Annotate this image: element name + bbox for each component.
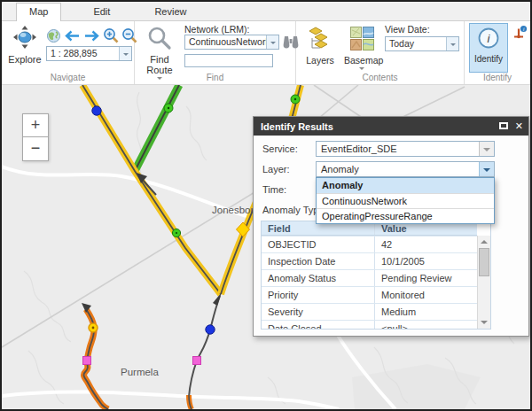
field-cell: OBJECTID [262, 239, 374, 250]
layer-option-continuousnetwork[interactable]: ContinuousNetwork [317, 193, 494, 208]
map-zoom-in-button[interactable]: + [22, 113, 49, 137]
group-find: Find Route Network (LRM): ContinuousNetw… [135, 21, 296, 84]
view-date-value: Today [386, 37, 446, 50]
close-button[interactable]: ✕ [515, 121, 523, 131]
scrollbar-thumb[interactable] [479, 248, 489, 276]
map-green-point-center-3 [294, 98, 296, 100]
layer-dropdown-button[interactable] [479, 162, 494, 176]
attribute-table: Field Value OBJECTID 42 Inspection Date … [261, 221, 491, 330]
group-navigate: Explore [2, 21, 135, 84]
layer-row: Layer: [262, 161, 290, 177]
layers-button[interactable]: Layers [305, 27, 335, 66]
maximize-button[interactable] [499, 121, 508, 131]
value-cell: 42 [374, 237, 477, 252]
map-blue-point-marker-2[interactable] [206, 325, 215, 334]
navigate-group-label: Navigate [2, 73, 134, 82]
scale-combobox[interactable]: 1 : 288,895 [46, 46, 132, 61]
maximize-icon [499, 122, 508, 129]
previous-extent-icon[interactable] [64, 29, 81, 46]
value-cell: Monitored [374, 287, 477, 303]
map-green-point-center-2 [176, 232, 177, 234]
chevron-down-icon [483, 168, 490, 175]
map-blue-point-marker[interactable] [92, 106, 101, 115]
table-row[interactable]: Priority Monitored [262, 286, 477, 303]
tab-map[interactable]: Map [16, 3, 61, 21]
map-label-purmela: Purmela [121, 367, 159, 377]
tab-edit[interactable]: Edit [81, 4, 122, 20]
identify-button-label: Identify [470, 54, 507, 64]
view-date-combobox[interactable]: Today [385, 36, 459, 51]
zoom-in-icon[interactable] [103, 27, 119, 47]
map-pink-square-marker[interactable] [193, 357, 201, 365]
ribbon: Explore [2, 21, 530, 85]
map-green-route[interactable] [135, 85, 179, 171]
view-date-dropdown-button[interactable] [446, 37, 458, 50]
network-lrm-label: Network (LRM): [184, 24, 250, 35]
map-canvas[interactable]: Jonesboro Purmela + − Identify Results ✕… [2, 85, 530, 409]
table-row[interactable]: OBJECTID 42 [262, 236, 477, 252]
service-row: Service: [262, 141, 298, 157]
group-contents: Layers Basemap [296, 21, 465, 84]
contents-group-label: Contents [296, 73, 464, 82]
service-value: EventEditor_SDE [317, 142, 479, 156]
basemap-icon [350, 27, 374, 54]
scrollbar-up-button[interactable] [478, 236, 490, 247]
layer-option-operatingpressurerange[interactable]: OperatingPressureRange [317, 208, 494, 223]
map-landuse-area [352, 364, 481, 409]
attribute-table-body: Field Value OBJECTID 42 Inspection Date … [262, 221, 477, 330]
map-zoom-out-button[interactable]: − [22, 137, 49, 161]
basemap-button[interactable]: Basemap [344, 27, 379, 73]
scale-dropdown-button[interactable] [119, 47, 131, 60]
scroll-down-icon [481, 321, 488, 328]
ribbon-tab-bar: Map Edit Review [2, 2, 530, 21]
identify-route-icon[interactable]: i [512, 25, 528, 44]
layer-dropdown-list: Anomaly ContinuousNetwork OperatingPress… [316, 177, 495, 224]
map-gray-route[interactable] [189, 292, 222, 409]
table-scrollbar[interactable] [477, 236, 490, 329]
find-route-label-1: Find [140, 54, 179, 65]
identify-button[interactable]: i Identify [469, 23, 508, 73]
service-combobox[interactable]: EventEditor_SDE [316, 141, 495, 157]
field-cell: Anomaly Status [262, 273, 374, 283]
next-extent-icon[interactable] [83, 29, 100, 46]
layers-label: Layers [305, 55, 335, 66]
identify-results-panel: Identify Results ✕ Service: EventEditor_… [253, 116, 529, 337]
find-route-icon [147, 26, 172, 54]
layers-icon [308, 27, 332, 54]
value-cell: <null> [374, 321, 477, 330]
service-label: Service: [262, 143, 298, 154]
scroll-up-icon [481, 237, 488, 244]
table-row[interactable]: Anomaly Status Pending Review [262, 269, 477, 286]
layer-value: Anomaly [317, 162, 479, 176]
service-dropdown-button[interactable] [479, 142, 494, 156]
field-cell: Severity [262, 306, 374, 317]
scrollbar-down-button[interactable] [478, 317, 490, 329]
map-green-point-center [168, 107, 169, 109]
network-dropdown-button[interactable] [266, 35, 278, 49]
field-cell: Inspection Date [262, 256, 374, 267]
route-input[interactable] [184, 54, 273, 67]
layer-option-anomaly[interactable]: Anomaly [317, 178, 494, 193]
table-row[interactable]: Severity Medium [262, 303, 477, 320]
field-cell: Priority [262, 290, 374, 300]
identify-group-label: Identify [465, 73, 530, 82]
table-row[interactable]: Date Closed <null> [262, 320, 477, 330]
table-row[interactable]: Inspection Date 10/1/2005 [262, 252, 477, 269]
value-cell: 10/1/2005 [374, 253, 477, 269]
field-header: Field [262, 223, 374, 234]
map-yellow-circle-center [92, 327, 95, 330]
map-pink-square-marker-2[interactable] [83, 357, 91, 365]
full-extent-globe-icon[interactable] [46, 28, 61, 47]
tab-review[interactable]: Review [142, 4, 199, 20]
identify-results-titlebar[interactable]: Identify Results ✕ [254, 117, 528, 136]
chevron-down-icon [450, 43, 456, 49]
explore-button[interactable]: Explore [5, 25, 44, 65]
group-identify: i Identify i Identify [465, 21, 530, 84]
chevron-down-icon [123, 53, 129, 58]
identify-icon: i [477, 27, 500, 53]
value-cell: Medium [374, 304, 477, 320]
layer-combobox[interactable]: Anomaly [316, 161, 495, 177]
network-combobox[interactable]: ContinuousNetwork [184, 35, 279, 50]
chevron-down-icon [483, 148, 490, 155]
event-editor-window: Map Edit Review Explore [0, 0, 532, 411]
